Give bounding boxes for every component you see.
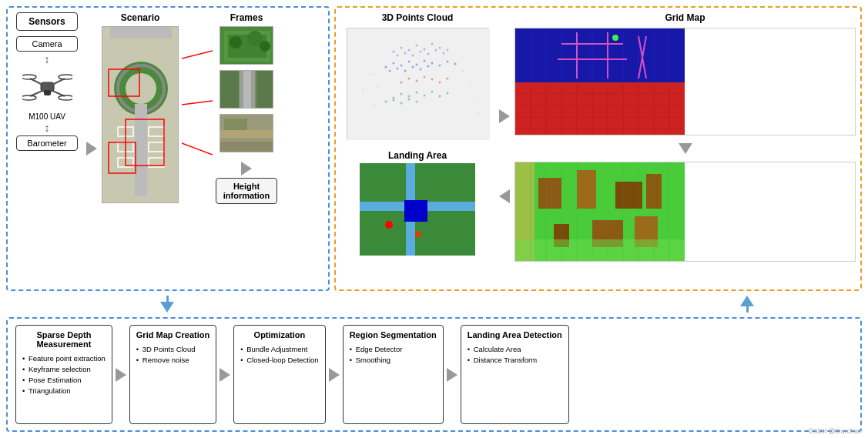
- scenario-frames-group: Scenario: [102, 12, 277, 285]
- svg-point-44: [392, 51, 394, 53]
- svg-point-75: [400, 82, 402, 84]
- svg-point-60: [392, 62, 394, 65]
- svg-point-88: [438, 95, 441, 98]
- svg-point-53: [404, 52, 406, 55]
- svg-point-59: [384, 66, 387, 69]
- svg-point-92: [400, 102, 402, 105]
- svg-point-69: [388, 70, 390, 72]
- svg-point-8: [59, 95, 72, 100]
- svg-point-101: [362, 89, 364, 91]
- arrow-down-1: ↕: [45, 54, 50, 65]
- svg-point-6: [59, 75, 72, 79]
- svg-point-72: [411, 66, 414, 69]
- scenario-col: Scenario: [102, 12, 179, 203]
- svg-point-76: [407, 78, 410, 80]
- grid-down-arrow: [680, 140, 691, 157]
- svg-point-86: [423, 95, 425, 97]
- points-cloud-svg: [347, 28, 490, 140]
- process-box-1: Sparse Depth Measurement Feature point e…: [15, 325, 112, 424]
- bullet-3-1: Bundle Adjustment: [240, 345, 318, 353]
- bullet-5-2: Distance Transform: [468, 356, 562, 364]
- process-title-2: Grid Map Creation: [136, 330, 209, 339]
- svg-point-45: [400, 47, 402, 49]
- svg-point-102: [478, 112, 479, 114]
- process-title-5: Landing Area Detection: [468, 330, 562, 339]
- grid-map-top-img: [514, 28, 856, 135]
- svg-point-91: [392, 99, 394, 102]
- svg-point-84: [407, 95, 410, 98]
- svg-line-25: [182, 51, 213, 59]
- svg-point-82: [392, 97, 394, 99]
- svg-point-73: [419, 69, 421, 71]
- gray-arrow-pc-gm: [499, 109, 510, 123]
- svg-point-77: [415, 80, 417, 82]
- process-title-1: Sparse Depth Measurement: [22, 330, 106, 349]
- frames-title: Frames: [230, 12, 263, 23]
- grid-map-col: Grid Map: [514, 12, 856, 285]
- svg-rect-38: [256, 71, 273, 109]
- svg-point-79: [431, 79, 433, 81]
- svg-point-96: [377, 85, 379, 87]
- blue-up-arrow: [740, 296, 754, 306]
- uav-svg: [22, 67, 72, 109]
- vertical-arrows-col: [282, 12, 288, 285]
- frame-svg-3: [220, 115, 273, 152]
- svg-point-46: [407, 49, 410, 52]
- svg-rect-151: [515, 239, 685, 262]
- gray-arrow-grid: [679, 143, 692, 154]
- bullet-2-2: Remove noise: [136, 356, 209, 364]
- gray-arrow-landing: [499, 189, 510, 203]
- barometer-box: Barometer: [16, 135, 78, 151]
- camera-box: Camera: [16, 36, 78, 52]
- svg-rect-110: [515, 82, 685, 135]
- frame-svg-1: [220, 27, 273, 65]
- svg-point-31: [230, 36, 242, 48]
- landing-svg: [360, 163, 475, 256]
- bullet-1-4: Triangulation: [22, 386, 106, 395]
- gray-arrow-1: [86, 142, 97, 155]
- svg-point-100: [474, 101, 475, 102]
- grid-map-bottom-img: [514, 162, 856, 262]
- height-info-box: Height information: [216, 178, 277, 204]
- svg-point-12: [126, 73, 156, 104]
- svg-point-90: [384, 101, 387, 103]
- svg-point-52: [396, 55, 398, 57]
- bottom-section: Sparse Depth Measurement Feature point e…: [6, 317, 862, 432]
- svg-rect-42: [224, 119, 247, 130]
- svg-point-65: [431, 62, 433, 65]
- svg-rect-143: [538, 178, 561, 209]
- svg-point-99: [374, 105, 375, 106]
- uav-label: M100 UAV: [28, 112, 65, 121]
- gray-arrow-2: [241, 162, 252, 176]
- points-cloud-title: 3D Points Cloud: [382, 12, 454, 23]
- svg-point-107: [385, 221, 393, 229]
- landing-area-title: Landing Area: [388, 150, 447, 161]
- arrow-sensors-scenario: [86, 12, 97, 285]
- points-cloud-col: 3D Points Cloud: [340, 12, 494, 285]
- watermark: ©SDIt @Darchan: [808, 427, 862, 435]
- process-box-3: Optimization Bundle Adjustment Closed-lo…: [233, 325, 325, 424]
- scenario-title: Scenario: [121, 12, 160, 23]
- sensors-group: Sensors Camera ↕: [12, 12, 82, 285]
- process-box-2: Grid Map Creation 3D Points Cloud Remove…: [129, 325, 216, 424]
- svg-point-98: [470, 82, 471, 83]
- right-panel: 3D Points Cloud: [334, 6, 862, 291]
- svg-point-47: [415, 45, 417, 47]
- frame-thumb-1: [220, 26, 273, 65]
- svg-point-55: [419, 51, 421, 53]
- frames-col: Frames: [216, 12, 277, 204]
- bullet-4-2: Smoothing: [350, 356, 437, 364]
- left-panel: Sensors Camera ↕: [6, 6, 330, 291]
- svg-rect-37: [220, 71, 239, 109]
- bullet-5-1: Calculate Area: [468, 345, 562, 353]
- bullet-4-1: Edge Detector: [350, 345, 437, 353]
- svg-point-58: [442, 52, 444, 55]
- red-lines-svg: [182, 35, 213, 189]
- grid-map-title: Grid Map: [665, 12, 705, 23]
- svg-point-127: [612, 35, 618, 41]
- red-arrows-col: [182, 12, 213, 212]
- svg-point-83: [400, 93, 402, 95]
- svg-point-56: [427, 53, 429, 55]
- svg-point-48: [423, 48, 425, 51]
- landing-area-section: Landing Area: [360, 150, 475, 256]
